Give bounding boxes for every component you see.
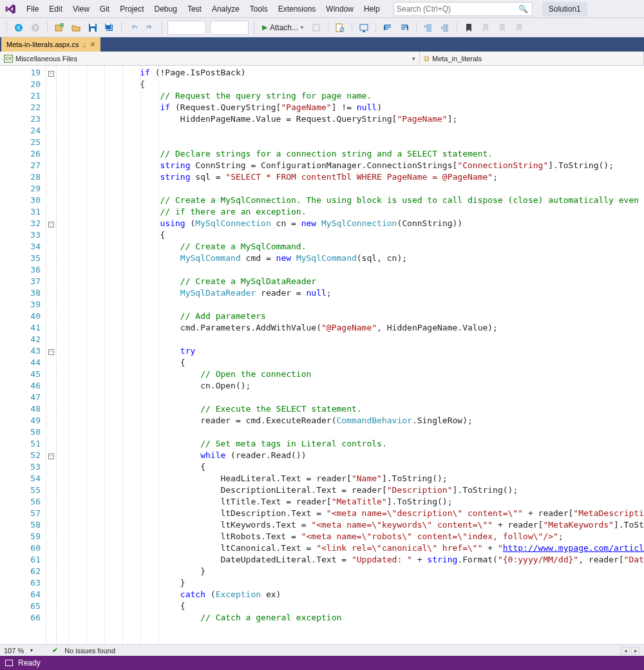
fold-toggle[interactable]: −: [46, 218, 56, 229]
scroll-split-controls[interactable]: ◂ ▸: [621, 647, 640, 655]
code-line[interactable]: catch (Exception ex): [59, 589, 644, 600]
type-dropdown[interactable]: ⧉ Meta_in_literals: [420, 52, 644, 65]
scroll-left-icon[interactable]: ◂: [621, 647, 630, 655]
next-bookmark-button[interactable]: [495, 21, 510, 35]
uncomment-button[interactable]: [397, 21, 412, 35]
code-surface[interactable]: if (!Page.IsPostBack) { // Request the q…: [57, 66, 644, 644]
code-line[interactable]: // Add parameters: [59, 311, 644, 322]
redo-button[interactable]: [142, 21, 158, 35]
code-line[interactable]: }: [59, 577, 644, 589]
fold-toggle[interactable]: −: [46, 345, 56, 357]
issues-label[interactable]: No issues found: [64, 647, 115, 655]
code-line[interactable]: // Create a MySqlDataReader: [59, 276, 644, 287]
code-line[interactable]: [59, 334, 644, 345]
global-search[interactable]: 🔍: [393, 2, 533, 16]
document-tab[interactable]: Meta-in-literals.aspx.cs ⟂ ×: [1, 37, 100, 52]
code-line[interactable]: {: [59, 600, 644, 612]
code-line[interactable]: DateUpdatedLiteral.Text = "Uppdated: " +…: [59, 554, 644, 566]
solution-picker[interactable]: Solution1: [542, 2, 587, 16]
menu-debug[interactable]: Debug: [149, 2, 182, 16]
code-line[interactable]: ltKeywords.Text = "<meta name=\"keywords…: [59, 519, 644, 531]
code-line[interactable]: ltTitle.Text = reader["MetaTitle"].ToStr…: [59, 496, 644, 508]
code-line[interactable]: [59, 183, 644, 195]
code-line[interactable]: if (!Page.IsPostBack): [59, 67, 644, 79]
code-line[interactable]: cmd.Parameters.AddWithValue("@PageName",…: [59, 322, 644, 334]
code-line[interactable]: HeadLiteral.Text = reader["Name"].ToStri…: [59, 473, 644, 484]
close-icon[interactable]: ×: [90, 40, 95, 49]
code-line[interactable]: // Create a MySqlCommand.: [59, 241, 644, 253]
save-all-button[interactable]: [102, 21, 117, 35]
code-line[interactable]: try: [59, 345, 644, 357]
code-line[interactable]: [59, 299, 644, 311]
code-line[interactable]: {: [59, 357, 644, 368]
open-file-button[interactable]: [68, 21, 84, 35]
menu-tools[interactable]: Tools: [245, 2, 273, 16]
save-button[interactable]: [85, 21, 100, 35]
menu-edit[interactable]: Edit: [44, 2, 68, 16]
search-input[interactable]: [397, 5, 529, 14]
find-in-files-button[interactable]: [332, 21, 348, 35]
menu-analyze[interactable]: Analyze: [207, 2, 245, 16]
code-line[interactable]: {: [59, 79, 644, 90]
code-line[interactable]: {: [59, 461, 644, 473]
code-line[interactable]: // Catch a general exception: [59, 612, 644, 624]
solution-config-dropdown[interactable]: [167, 21, 206, 35]
menu-window[interactable]: Window: [321, 2, 359, 16]
comment-out-button[interactable]: [380, 21, 395, 35]
code-line[interactable]: // Declare strings for a connection stri…: [59, 148, 644, 160]
code-line[interactable]: MySqlDataReader reader = null;: [59, 287, 644, 299]
code-line[interactable]: [59, 426, 644, 438]
pin-icon[interactable]: ⟂: [82, 41, 86, 48]
outlining-margin[interactable]: −−−−: [46, 66, 57, 644]
code-line[interactable]: reader = cmd.ExecuteReader(CommandBehavi…: [59, 415, 644, 426]
menu-extensions[interactable]: Extensions: [273, 2, 321, 16]
code-line[interactable]: // if there are an exception.: [59, 206, 644, 218]
menu-help[interactable]: Help: [359, 2, 385, 16]
code-line[interactable]: ltDescription.Text = "<meta name=\"descr…: [59, 508, 644, 519]
code-line[interactable]: [59, 125, 644, 137]
menu-view[interactable]: View: [68, 2, 95, 16]
increase-indent-button[interactable]: [437, 21, 453, 35]
live-share-button[interactable]: [356, 21, 372, 35]
decrease-indent-button[interactable]: [421, 21, 436, 35]
code-line[interactable]: string ConnString = ConfigurationManager…: [59, 160, 644, 171]
code-line[interactable]: using (MySqlConnection cn = new MySqlCon…: [59, 218, 644, 229]
code-line[interactable]: string sql = "SELECT * FROM contentTbl W…: [59, 171, 644, 183]
code-line[interactable]: // Set meta tags in Literal controls.: [59, 438, 644, 450]
fold-toggle[interactable]: −: [46, 67, 56, 79]
fold-toggle[interactable]: −: [46, 450, 56, 461]
solution-platform-dropdown[interactable]: [210, 21, 249, 35]
code-line[interactable]: DescriptionLiteral.Text = reader["Descri…: [59, 484, 644, 496]
code-line[interactable]: // Open the connection: [59, 368, 644, 380]
scroll-right-icon[interactable]: ▸: [631, 647, 640, 655]
zoom-level[interactable]: 107 %: [4, 647, 24, 655]
code-line[interactable]: // Create a MySqlConnection. The using b…: [59, 195, 644, 206]
code-line[interactable]: [59, 392, 644, 403]
project-context-dropdown[interactable]: C# Miscellaneous Files ▾: [0, 52, 420, 65]
menu-git[interactable]: Git: [95, 2, 115, 16]
prev-bookmark-button[interactable]: [478, 21, 493, 35]
code-line[interactable]: while (reader.Read()): [59, 450, 644, 461]
clear-bookmarks-button[interactable]: [511, 21, 527, 35]
forward-button[interactable]: [28, 21, 43, 35]
code-line[interactable]: [59, 264, 644, 276]
bookmark-button[interactable]: [461, 21, 477, 35]
code-line[interactable]: // Execute the SELECT statement.: [59, 403, 644, 415]
code-line[interactable]: cn.Open();: [59, 380, 644, 392]
menu-file[interactable]: File: [21, 2, 44, 16]
menu-project[interactable]: Project: [115, 2, 149, 16]
menu-test[interactable]: Test: [182, 2, 207, 16]
code-line[interactable]: ltRobots.Text = "<meta name=\"robots\" c…: [59, 531, 644, 542]
code-line[interactable]: MySqlCommand cmd = new MySqlCommand(sql,…: [59, 253, 644, 264]
code-line[interactable]: ltCanonical.Text = "<link rel=\"canonica…: [59, 542, 644, 554]
back-button[interactable]: [11, 21, 26, 35]
attach-debugger-button[interactable]: ▶ Attach... ▾: [258, 21, 307, 35]
code-line[interactable]: // Request the query string for page nam…: [59, 90, 644, 102]
undo-button[interactable]: [126, 21, 141, 35]
code-line[interactable]: [59, 137, 644, 148]
code-line[interactable]: HiddenPageName.Value = Request.QueryStri…: [59, 113, 644, 125]
new-project-button[interactable]: [52, 21, 67, 35]
code-line[interactable]: {: [59, 229, 644, 241]
step-button[interactable]: [308, 21, 324, 35]
code-line[interactable]: }: [59, 566, 644, 577]
